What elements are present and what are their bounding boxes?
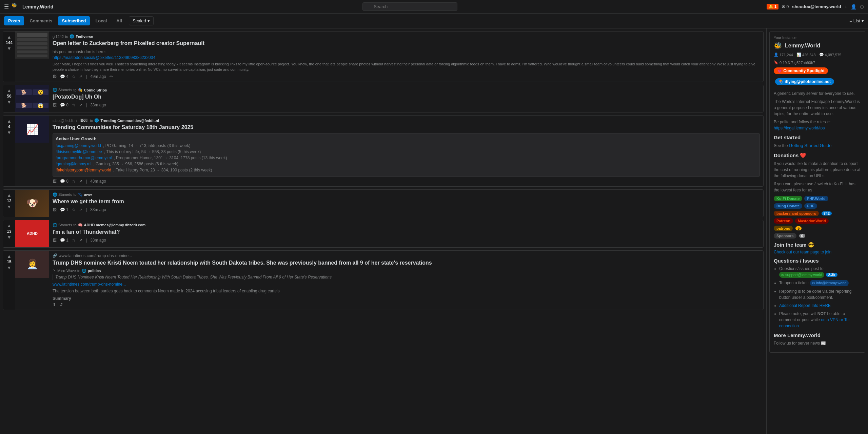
- post-title-link[interactable]: I'm a fan of Thunderwhat?: [53, 229, 120, 235]
- fhf-badge[interactable]: FHF: [804, 203, 817, 209]
- post-body-link[interactable]: https://mastodon.social/@pixelfed/113849…: [53, 55, 155, 60]
- post-community[interactable]: Comic Strips: [84, 88, 107, 92]
- post-title-link[interactable]: Open letter to Zuckerberg from Pixelfed …: [53, 40, 204, 46]
- donation-row-kofi: Ko-Fi Donate FHF.World: [774, 196, 861, 201]
- vote-count: 12: [7, 199, 11, 203]
- post-comments-btn[interactable]: 💬 0: [60, 179, 68, 184]
- post-star-btn[interactable]: ☆: [72, 74, 76, 79]
- add-icon[interactable]: +: [845, 4, 847, 9]
- patrons-badge[interactable]: patrons: [774, 226, 793, 231]
- post-content-1: gi1242 to 🌐 Fediverse Open letter to Zuc…: [49, 32, 763, 82]
- community-link[interactable]: !gaming@lemmy.ml: [56, 162, 91, 166]
- list-view-button[interactable]: ≡ List ▾: [849, 18, 864, 23]
- post-share-btn[interactable]: ↗: [79, 74, 82, 79]
- join-team-link[interactable]: Check out our team page to join: [774, 250, 831, 254]
- post-share-btn[interactable]: ↗: [79, 238, 82, 243]
- flying-badge[interactable]: 🪁 iflying@pilotsonline.net: [775, 78, 834, 85]
- post-time: 33m ago: [90, 207, 106, 212]
- post-community[interactable]: politics: [88, 269, 101, 273]
- bung-donate-badge[interactable]: Bung Donate: [774, 203, 802, 209]
- post-title-link[interactable]: Where we get the term from: [53, 199, 124, 204]
- expand-icon[interactable]: ⬆: [53, 302, 56, 307]
- post-user: tcbot@feddit.nl: [53, 119, 78, 123]
- rules-link[interactable]: https://legal.lemmy.world/tos: [774, 126, 825, 130]
- post-image-icon[interactable]: 🖼: [53, 74, 57, 79]
- upvote-button[interactable]: ▲: [7, 192, 12, 198]
- downvote-button[interactable]: ▼: [7, 130, 12, 135]
- comments-tab[interactable]: Comments: [25, 16, 56, 25]
- post-comments-btn[interactable]: 💬 0: [60, 103, 68, 107]
- profile-icon[interactable]: 👤: [851, 4, 856, 9]
- post-meta-6: 🔗 www.latintimes.com/trump-dhs-nomine...: [53, 253, 760, 258]
- post-share-btn[interactable]: ↗: [79, 179, 82, 184]
- notification-bell[interactable]: 🔔 1: [767, 4, 778, 9]
- post-user: 🌐 Stamets: [53, 192, 72, 197]
- backers-badge[interactable]: backers and sponsors: [774, 211, 819, 216]
- expand-icon[interactable]: ⬡: [860, 4, 864, 9]
- community-link[interactable]: !programmerhumor@lemmy.ml: [56, 156, 112, 160]
- post-user: ⋱ MicroWave: [53, 269, 76, 273]
- post-star-btn[interactable]: ☆: [72, 207, 76, 212]
- info-email-badge[interactable]: ✉ info@lemmy.world: [810, 280, 849, 286]
- downvote-button[interactable]: ▼: [7, 99, 12, 105]
- post-star-btn[interactable]: ☆: [72, 238, 76, 243]
- hamburger-icon[interactable]: ☰: [4, 3, 9, 10]
- post-edit-icon[interactable]: ✏: [110, 74, 113, 79]
- patreon-badge[interactable]: Patreon: [774, 218, 793, 224]
- downvote-button[interactable]: ▼: [7, 46, 12, 51]
- post-body-text: Dear Mark, I hope this finds you well. I…: [53, 62, 760, 72]
- post-community[interactable]: aww: [84, 192, 92, 197]
- post-ext-link[interactable]: www.latintimes.com/trump-dhs-nomine...: [59, 253, 132, 258]
- mastodonworld-badge[interactable]: MastodonWorld: [795, 218, 829, 224]
- downvote-button[interactable]: ▼: [7, 265, 12, 270]
- post-community[interactable]: Trending Communities@feddit.nl: [100, 119, 159, 123]
- downvote-button[interactable]: ▼: [7, 204, 12, 209]
- upvote-button[interactable]: ▲: [7, 118, 12, 124]
- upvote-button[interactable]: ▲: [7, 34, 12, 40]
- post-image-icon[interactable]: 🖼: [53, 207, 57, 212]
- local-tab[interactable]: Local: [91, 16, 111, 25]
- community-spotlight-badge[interactable]: 💗 Community Spotlight: [774, 67, 828, 74]
- post-comments-btn[interactable]: 💬 1: [60, 207, 68, 212]
- post-comments-btn[interactable]: 💬 4: [60, 74, 68, 79]
- post-share-btn[interactable]: ↗: [79, 103, 82, 107]
- all-tab[interactable]: All: [112, 16, 126, 25]
- community-link[interactable]: !pcgaming@lemmy.world: [56, 143, 101, 148]
- downvote-button[interactable]: ▼: [7, 234, 12, 240]
- notification-message[interactable]: ✉ 0: [782, 4, 789, 9]
- upvote-button[interactable]: ▲: [7, 223, 12, 228]
- fhfworld-badge[interactable]: FHF.World: [804, 196, 828, 201]
- post-star-btn[interactable]: ☆: [72, 103, 76, 107]
- kofi-donate-badge[interactable]: Ko-Fi Donate: [774, 196, 802, 201]
- post-share-btn[interactable]: ↗: [79, 207, 82, 212]
- vpn-tor-link[interactable]: on a VPN or Tor connection: [779, 317, 850, 328]
- post-title-link[interactable]: [PotatoDog] Uh Oh: [53, 94, 101, 100]
- additional-report-link[interactable]: Additional Report Info HERE: [779, 303, 831, 308]
- scaled-dropdown[interactable]: Scaled ▾: [129, 16, 154, 25]
- user-name[interactable]: sheodox@lemmy.world: [792, 4, 841, 9]
- community-link[interactable]: !thisisnotmylife@lemm.ee: [56, 149, 102, 154]
- post-body-link2[interactable]: www.latintimes.com/trump-dhs-nomine...: [53, 282, 126, 287]
- post-image-icon[interactable]: 🖼: [53, 238, 57, 243]
- get-started-text: See the Getting Started Guide: [774, 142, 861, 149]
- kofi-switch-text: If you can, please use / switch to Ko-Fi…: [774, 181, 861, 193]
- posts-tab[interactable]: Posts: [4, 16, 24, 25]
- topnav-right: 🔔 1 ✉ 0 sheodox@lemmy.world + 👤 ⬡: [767, 4, 864, 9]
- sponsors-badge[interactable]: Sponsors: [774, 233, 796, 239]
- search-input[interactable]: [362, 2, 457, 11]
- post-star-btn[interactable]: ☆: [72, 179, 76, 184]
- post-community[interactable]: ADHD memes@lemmy.dbzer0.com: [84, 223, 146, 227]
- getting-started-link[interactable]: Getting Started Guide: [789, 143, 832, 148]
- post-comments-btn[interactable]: 💬 1: [60, 238, 68, 243]
- post-community[interactable]: Fediverse: [76, 35, 93, 39]
- upvote-button[interactable]: ▲: [7, 88, 12, 93]
- post-title-link[interactable]: Trending Communities for Saturday 18th J…: [53, 124, 193, 130]
- upvote-button[interactable]: ▲: [7, 253, 12, 259]
- post-image-icon[interactable]: 🖼: [53, 179, 57, 184]
- post-image-icon[interactable]: 🖼: [53, 103, 57, 107]
- subscribed-tab[interactable]: Subscribed: [58, 16, 90, 25]
- post-title-link[interactable]: Trump DHS nominee Kristi Noem touted her…: [53, 260, 432, 266]
- support-email-badge[interactable]: ✉ support@lemmy.world: [779, 272, 824, 278]
- community-link[interactable]: !fakehistoryporn@lemmy.world: [56, 168, 111, 172]
- refresh-icon[interactable]: ↺: [59, 302, 63, 307]
